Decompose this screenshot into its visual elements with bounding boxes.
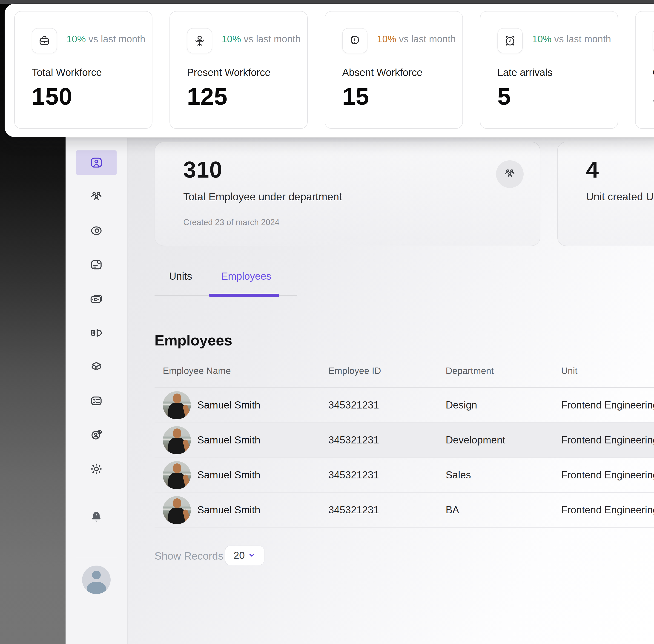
department-employee-count: 310 — [183, 156, 223, 183]
employee-name: Samuel Smith — [197, 399, 260, 411]
notification-bell-icon — [90, 510, 103, 524]
stat-card-clipped: C 5 — [635, 11, 654, 129]
employee-id: 345321231 — [328, 399, 379, 411]
employee-avatar — [163, 426, 191, 454]
sidebar-item-notifications[interactable] — [65, 500, 127, 534]
unit-summary-card: 4 Unit created U — [557, 142, 654, 246]
alarm-clock-icon — [497, 28, 523, 53]
stat-label: Late arrivals — [497, 67, 553, 78]
top-dark-strip — [0, 0, 654, 4]
sidebar-item-settings[interactable] — [65, 452, 127, 486]
employee-name: Samuel Smith — [197, 469, 260, 481]
note-document-icon — [90, 258, 103, 271]
employee-avatar — [163, 461, 191, 489]
table-row[interactable]: Samuel Smith 345321231 Sales Frontend En… — [155, 458, 654, 493]
unit-count: 4 — [586, 156, 599, 183]
main-content: 310 Total Employee under department Crea… — [127, 138, 654, 644]
department-summary-card: 310 Total Employee under department Crea… — [155, 142, 540, 246]
stat-value: 150 — [32, 83, 72, 110]
trend-percent: 10% — [67, 33, 86, 44]
employee-id: 345321231 — [328, 469, 379, 481]
sidebar-item-cards[interactable] — [65, 316, 127, 350]
people-group-icon — [504, 168, 516, 181]
employee-avatar — [163, 496, 191, 524]
sidebar-divider — [76, 557, 117, 557]
clipped-icon — [653, 28, 654, 53]
employee-department: Design — [446, 399, 477, 411]
show-records-label: Show Records — [155, 550, 223, 562]
card-swap-icon — [90, 326, 103, 340]
employee-id: 345321231 — [328, 434, 379, 446]
employee-id: 345321231 — [328, 504, 379, 516]
records-per-page-value: 20 — [234, 550, 245, 561]
avatar-head-shape — [92, 571, 101, 579]
settings-gear-icon — [90, 462, 103, 476]
stat-card-total-workforce: 10% vs last month Total Workforce 150 — [14, 11, 153, 129]
banknote-icon — [90, 292, 103, 305]
stat-card-present-workforce: 10% vs last month Present Workforce 125 — [169, 11, 308, 129]
trend-text: vs last month — [244, 33, 301, 44]
badge-alert-icon — [342, 28, 368, 53]
employee-unit: Frontend Engineering — [561, 399, 654, 411]
department-people-badge[interactable] — [496, 160, 523, 188]
department-created-date: Created 23 of march 2024 — [183, 217, 279, 227]
stat-value: 15 — [342, 83, 369, 110]
checklist-icon — [90, 394, 103, 408]
employee-avatar — [163, 391, 191, 419]
stat-card-late-arrivals: 10% vs last month Late arrivals 5 — [480, 11, 618, 129]
sidebar-item-reports[interactable] — [65, 248, 127, 282]
sidebar-item-tasks[interactable] — [65, 384, 127, 418]
stat-value: 5 — [497, 83, 511, 110]
employee-department: Sales — [446, 469, 471, 481]
stat-value: 5 — [653, 83, 654, 110]
stat-label: Absent Workforce — [342, 67, 422, 78]
people-group-icon — [90, 190, 103, 203]
active-tab-indicator — [209, 294, 279, 297]
sidebar-item-assets[interactable] — [65, 350, 127, 384]
tab-bar: Units Employees — [155, 266, 298, 296]
stat-label: Total Workforce — [32, 67, 102, 78]
user-card-icon — [90, 156, 103, 169]
table-header-row: Employee Name Employee ID Department Uni… — [155, 361, 654, 388]
table-row[interactable]: Samuel Smith 345321231 Design Frontend E… — [155, 388, 654, 423]
cube-icon — [90, 360, 103, 373]
department-summary-label: Total Employee under department — [183, 190, 342, 203]
user-avatar[interactable] — [82, 566, 111, 594]
employee-unit: Frontend Engineering — [561, 469, 654, 481]
unit-summary-label: Unit created U — [586, 190, 654, 203]
sidebar-item-teams[interactable] — [65, 180, 127, 214]
employee-department: BA — [446, 504, 459, 516]
employee-name: Samuel Smith — [197, 434, 260, 446]
tab-units[interactable]: Units — [169, 271, 192, 282]
sidebar-item-payroll[interactable] — [65, 282, 127, 316]
col-unit: Unit — [561, 366, 578, 376]
records-per-page-select[interactable]: 20 — [225, 546, 264, 565]
stat-label: Present Workforce — [187, 67, 271, 78]
stat-label: C — [653, 67, 654, 78]
trend-text: vs last month — [89, 33, 145, 44]
employees-table: Employee Name Employee ID Department Uni… — [155, 361, 654, 528]
user-add-icon — [90, 428, 103, 442]
stat-card-absent-workforce: 10% vs last month Absent Workforce 15 — [325, 11, 463, 129]
table-row[interactable]: Samuel Smith 345321231 Development Front… — [155, 423, 654, 458]
stat-value: 125 — [187, 83, 228, 110]
sidebar-item-add-user[interactable] — [65, 418, 127, 452]
section-title: Employees — [155, 332, 232, 349]
employee-unit: Frontend Engineering — [561, 434, 654, 446]
trend-percent: 10% — [222, 33, 241, 44]
app-window: 310 Total Employee under department Crea… — [0, 0, 654, 644]
table-row[interactable]: Samuel Smith 345321231 BA Frontend Engin… — [155, 493, 654, 528]
avatar-body-shape — [87, 582, 106, 594]
trend-text: vs last month — [399, 33, 456, 44]
col-department: Department — [446, 366, 494, 376]
tab-employees[interactable]: Employees — [221, 271, 271, 282]
employee-unit: Frontend Engineering — [561, 504, 654, 516]
sidebar-item-overview[interactable] — [65, 214, 127, 248]
trend-percent: 10% — [532, 33, 552, 44]
office-chair-icon — [187, 28, 212, 53]
stat-cards-panel: 10% vs last month Total Workforce 150 10… — [5, 4, 654, 137]
employee-name: Samuel Smith — [197, 504, 260, 516]
sidebar-item-employee-profile[interactable] — [65, 145, 127, 180]
trend-text: vs last month — [554, 33, 611, 44]
employee-department: Development — [446, 434, 505, 446]
